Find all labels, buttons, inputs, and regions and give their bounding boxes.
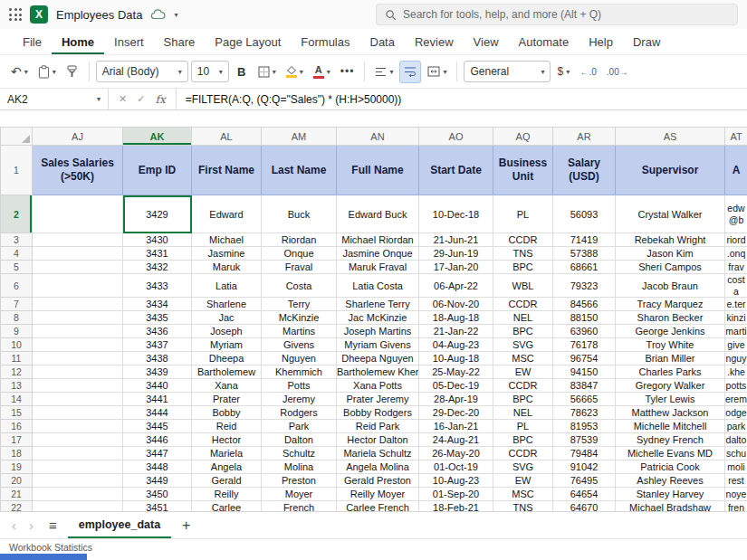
cell-AM12[interactable]: Khemmich [262, 365, 337, 379]
cell-AQ22[interactable]: TNS [493, 501, 553, 511]
cell-AJ17[interactable] [33, 433, 123, 447]
cell-AN6[interactable]: Latia Costa [337, 274, 419, 298]
cell-AO10[interactable]: 04-Aug-23 [419, 338, 493, 352]
cell-AQ12[interactable]: EW [493, 365, 553, 379]
name-box[interactable]: AK2▾ [0, 89, 109, 109]
cell-AQ16[interactable]: PL [493, 420, 553, 433]
cell-AJ20[interactable] [33, 474, 123, 488]
cell-AO17[interactable]: 24-Aug-21 [419, 433, 493, 447]
cell-AL22[interactable]: Carlee [192, 501, 262, 511]
app-launcher-icon[interactable] [9, 8, 22, 21]
cell-AR11[interactable]: 96754 [553, 352, 616, 365]
cell-AJ10[interactable] [33, 338, 123, 352]
cell-AL19[interactable]: Angela [192, 460, 262, 474]
cell-AS19[interactable]: Patricia Cook [616, 460, 725, 474]
cell-AK22[interactable]: 3451 [123, 501, 192, 511]
cell-AT2[interactable]: edw @b [725, 195, 747, 233]
cell-AO14[interactable]: 28-Apr-19 [419, 393, 493, 406]
cell-AJ22[interactable] [33, 501, 123, 511]
cell-AL10[interactable]: Myriam [192, 338, 262, 352]
row-header-17[interactable]: 17 [1, 433, 33, 447]
cell-AR3[interactable]: 71419 [553, 233, 616, 247]
cell-AT12[interactable]: .khe [725, 365, 747, 379]
row-header-6[interactable]: 6 [1, 274, 33, 298]
more-formatting-button[interactable]: ••• [337, 61, 359, 83]
cell-AT11[interactable]: nguy [725, 352, 747, 365]
cell-AK7[interactable]: 3434 [123, 298, 192, 311]
cell-AL3[interactable]: Michael [192, 233, 262, 247]
cell-AL1[interactable]: First Name [192, 146, 262, 195]
format-painter-button[interactable] [62, 61, 82, 83]
cell-AS5[interactable]: Sheri Campos [616, 261, 725, 274]
undo-button[interactable]: ↶▾ [7, 61, 32, 83]
cell-AM4[interactable]: Onque [262, 247, 337, 261]
cell-AN12[interactable]: Bartholemew Khemmich [337, 365, 419, 379]
cell-AK4[interactable]: 3431 [123, 247, 192, 261]
row-header-18[interactable]: 18 [1, 447, 33, 460]
cell-AM1[interactable]: Last Name [262, 146, 337, 195]
cell-AS1[interactable]: Supervisor [616, 146, 725, 195]
cell-AJ7[interactable] [33, 298, 123, 311]
cell-AJ18[interactable] [33, 447, 123, 460]
cell-AK5[interactable]: 3432 [123, 261, 192, 274]
cell-AK15[interactable]: 3444 [123, 406, 192, 420]
menu-tab-share[interactable]: Share [154, 31, 206, 54]
cell-AN10[interactable]: Myriam Givens [337, 338, 419, 352]
cell-AO1[interactable]: Start Date [419, 146, 493, 195]
cell-AQ9[interactable]: BPC [493, 325, 553, 338]
cell-AQ20[interactable]: EW [493, 474, 553, 488]
cell-AS7[interactable]: Tracy Marquez [616, 298, 725, 311]
cell-AQ13[interactable]: CCDR [493, 379, 553, 393]
cell-AJ21[interactable] [33, 488, 123, 501]
cell-AL11[interactable]: Dheepa [192, 352, 262, 365]
cell-AT21[interactable]: noye [725, 488, 747, 501]
cell-AM19[interactable]: Molina [262, 460, 337, 474]
cell-AT10[interactable]: give [725, 338, 747, 352]
cell-AN5[interactable]: Maruk Fraval [337, 261, 419, 274]
row-header-5[interactable]: 5 [1, 261, 33, 274]
row-header-11[interactable]: 11 [1, 352, 33, 365]
cell-AT18[interactable]: schu [725, 447, 747, 460]
cell-AR12[interactable]: 94150 [553, 365, 616, 379]
menu-tab-draw[interactable]: Draw [623, 31, 670, 54]
cell-AN1[interactable]: Full Name [337, 146, 419, 195]
cell-AN11[interactable]: Dheepa Nguyen [337, 352, 419, 365]
cell-AN13[interactable]: Xana Potts [337, 379, 419, 393]
cell-AS9[interactable]: George Jenkins [616, 325, 725, 338]
menu-tab-view[interactable]: View [464, 31, 509, 54]
cell-AT22[interactable]: fren [725, 501, 747, 511]
cell-AL20[interactable]: Gerald [192, 474, 262, 488]
cell-AM20[interactable]: Preston [262, 474, 337, 488]
cell-AK1[interactable]: Emp ID [123, 146, 192, 195]
cell-AM2[interactable]: Buck [262, 195, 337, 233]
cell-AQ8[interactable]: NEL [493, 311, 553, 325]
cell-AQ1[interactable]: Business Unit [493, 146, 553, 195]
cell-AS14[interactable]: Tyler Lewis [616, 393, 725, 406]
row-header-3[interactable]: 3 [1, 233, 33, 247]
cell-AQ17[interactable]: BPC [493, 433, 553, 447]
cell-AL8[interactable]: Jac [192, 311, 262, 325]
column-header-AO[interactable]: AO [419, 128, 493, 146]
cell-AO22[interactable]: 18-Feb-21 [419, 501, 493, 511]
font-color-button[interactable]: A ▾ [310, 61, 334, 83]
cell-AL15[interactable]: Bobby [192, 406, 262, 420]
cell-AJ6[interactable] [33, 274, 123, 298]
cell-AN15[interactable]: Bobby Rodgers [337, 406, 419, 420]
cell-AK9[interactable]: 3436 [123, 325, 192, 338]
cell-AT16[interactable]: park [725, 420, 747, 433]
column-header-AM[interactable]: AM [262, 128, 337, 146]
cancel-entry-icon[interactable]: ✕ [119, 93, 127, 105]
cell-AM15[interactable]: Rodgers [262, 406, 337, 420]
cell-AQ7[interactable]: CCDR [493, 298, 553, 311]
cell-AK8[interactable]: 3435 [123, 311, 192, 325]
cell-AR17[interactable]: 87539 [553, 433, 616, 447]
cell-AR4[interactable]: 57388 [553, 247, 616, 261]
cell-AJ11[interactable] [33, 352, 123, 365]
cell-AQ2[interactable]: PL [493, 195, 553, 233]
cell-AS16[interactable]: Michelle Mitchell [616, 420, 725, 433]
cell-AO8[interactable]: 18-Aug-18 [419, 311, 493, 325]
alignment-button[interactable]: ▾ [371, 61, 397, 83]
cell-AJ9[interactable] [33, 325, 123, 338]
column-header-AL[interactable]: AL [192, 128, 262, 146]
wrap-text-button[interactable] [399, 61, 421, 83]
